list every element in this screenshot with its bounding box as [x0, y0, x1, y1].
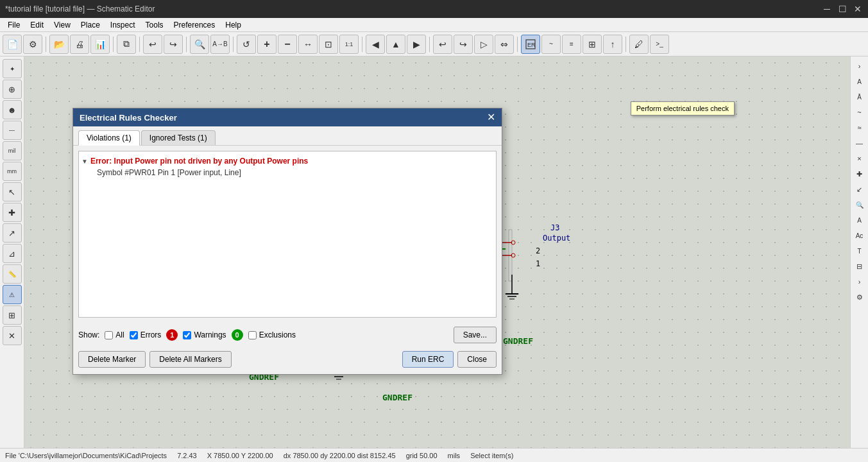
rt-expand[interactable]: › [853, 59, 867, 73]
settings-button[interactable]: ⚙ [23, 35, 42, 54]
maximize-button[interactable]: ☐ [837, 4, 847, 14]
zoom-fit-width-button[interactable]: ↔ [298, 35, 318, 54]
crosshair-tool[interactable]: ✚ [3, 203, 22, 222]
mils-tool[interactable]: mil [3, 141, 22, 160]
menu-file[interactable]: File [3, 19, 25, 31]
filter-errors-checkbox[interactable] [130, 331, 138, 339]
new-button[interactable]: 📄 [3, 35, 22, 54]
filter-warnings-label[interactable]: Warnings [183, 330, 226, 339]
rt-minus-box[interactable]: ⊟ [853, 259, 867, 273]
footprint-button[interactable]: ⊞ [583, 35, 602, 54]
filter-exclusions-label[interactable]: Exclusions [248, 330, 296, 339]
menu-inspect[interactable]: Inspect [105, 19, 140, 31]
menu-place[interactable]: Place [76, 19, 105, 31]
mm-tool[interactable]: mm [3, 162, 22, 181]
bom-button[interactable]: ≡ [562, 35, 581, 54]
status-coords: X 7850.00 Y 2200.00 [207, 452, 273, 459]
find-button[interactable]: 🔍 [190, 35, 209, 54]
rt-text-ac[interactable]: Ac [853, 228, 867, 243]
zoom-out-button[interactable]: − [278, 35, 297, 54]
rt-arrow[interactable]: ↙ [853, 182, 867, 196]
delete-all-markers-button[interactable]: Delete All Markers [149, 351, 231, 368]
delete-tool[interactable]: ✕ [3, 326, 22, 345]
close-button[interactable]: Close [457, 351, 497, 368]
menu-edit[interactable]: Edit [25, 19, 49, 31]
select-tool[interactable]: ✦ [3, 59, 22, 78]
filter-all-checkbox[interactable] [105, 331, 113, 339]
rt-config[interactable]: ⚙ [853, 290, 867, 304]
undo-button[interactable]: ↩ [143, 35, 162, 54]
window-close-button[interactable]: ✕ [853, 4, 863, 14]
erc-check-button[interactable]: ERC [521, 35, 540, 54]
update-pcb-button[interactable]: ↑ [603, 35, 622, 54]
rt-wave[interactable]: ~ [853, 105, 867, 119]
nav-forward-button[interactable]: ▶ [407, 35, 426, 54]
rt-a[interactable]: A [853, 74, 867, 89]
menu-tools[interactable]: Tools [140, 19, 169, 31]
pcb-editor-button[interactable]: 🖊 [629, 35, 649, 54]
print-button[interactable]: 🖨 [70, 35, 89, 54]
measure-tool[interactable]: ⊿ [3, 244, 22, 263]
arrow-tool[interactable]: ↖ [3, 182, 22, 201]
open-button[interactable]: 📂 [49, 35, 69, 54]
rt-t[interactable]: T [853, 244, 867, 258]
pointer-tool[interactable]: ↗ [3, 223, 22, 243]
redo2-button[interactable]: ↪ [454, 35, 473, 54]
tab-ignored[interactable]: Ignored Tests (1) [141, 130, 216, 145]
menu-preferences[interactable]: Preferences [169, 19, 221, 31]
dialog-title-bar[interactable]: Electrical Rules Checker ✕ [73, 108, 502, 126]
refresh-button[interactable]: ↺ [237, 35, 256, 54]
canvas-area[interactable]: Perform electrical rules check [24, 56, 850, 448]
status-grid: grid 50.00 [406, 452, 438, 459]
save-button[interactable]: Save... [454, 327, 497, 343]
copy-button[interactable]: ⧉ [117, 35, 136, 54]
violation-expand-icon[interactable]: ▼ [81, 158, 88, 165]
netlist-button[interactable]: ~ [541, 35, 561, 54]
menu-help[interactable]: Help [220, 19, 246, 31]
find-replace-button[interactable]: A→B [210, 35, 230, 54]
filter-exclusions-checkbox[interactable] [248, 331, 257, 339]
zoom-fit-button[interactable]: ⊡ [319, 35, 338, 54]
rt-search[interactable]: 🔍 [853, 198, 867, 212]
main-toolbar: 📄 ⚙ 📂 🖨 📊 ⧉ ↩ ↪ 🔍 A→B ↺ + − ↔ ⊡ 1:1 ◀ ▲ … [0, 32, 868, 56]
rt-approx[interactable]: ≈ [853, 121, 867, 135]
rt-dash[interactable]: — [853, 136, 867, 150]
rt-collapse[interactable]: › [853, 275, 867, 289]
menu-view[interactable]: View [49, 19, 76, 31]
erc-marker-tool[interactable]: ⚠ [3, 285, 22, 304]
tab-violations[interactable]: Violations (1) [78, 130, 140, 146]
filter-errors-label[interactable]: Errors [130, 330, 162, 339]
nav-back-button[interactable]: ◀ [366, 35, 385, 54]
dialog-close-button[interactable]: ✕ [487, 112, 495, 123]
show-label: Show: [78, 330, 99, 339]
filter-all-label[interactable]: All [105, 330, 124, 339]
rt-plus[interactable]: ✚ [853, 167, 867, 181]
toolbar-sep-2 [113, 37, 114, 52]
delete-marker-button[interactable]: Delete Marker [78, 351, 146, 368]
warnings-badge: 0 [232, 329, 243, 341]
script-button[interactable]: >_ [650, 35, 669, 54]
filter-warnings-checkbox[interactable] [183, 331, 191, 339]
status-mode: Select item(s) [470, 452, 513, 459]
rt-x[interactable]: × [853, 151, 867, 166]
redo-button[interactable]: ↪ [164, 35, 183, 54]
rule-tool[interactable]: 📏 [3, 264, 22, 284]
run-erc-button[interactable]: Run ERC [402, 351, 454, 368]
wire-tool[interactable]: ⊕ [3, 80, 22, 99]
left-toolbar: ✦ ⊕ ☻ — mil mm ↖ ✚ ↗ ⊿ 📏 ⚠ ⊞ ✕ [0, 56, 24, 448]
zoom-in-button[interactable]: + [257, 35, 277, 54]
status-delta: dx 7850.00 dy 2200.00 dist 8152.45 [284, 452, 396, 459]
rt-abar[interactable]: Ā [853, 90, 867, 104]
nav-up-button[interactable]: ▲ [386, 35, 405, 54]
zoom-100-button[interactable]: 1:1 [339, 35, 359, 54]
dialog-title-text: Electrical Rules Checker [80, 113, 177, 123]
add-pin-tool[interactable]: ☻ [3, 100, 22, 119]
undo2-button[interactable]: ↩ [433, 35, 452, 54]
add-wire-tool[interactable]: — [3, 121, 22, 140]
plot-button[interactable]: 📊 [90, 35, 110, 54]
mirror-button[interactable]: ⇔ [495, 35, 514, 54]
run-sim-button[interactable]: ▷ [474, 35, 493, 54]
rt-text-a[interactable]: A [853, 213, 867, 227]
minimize-button[interactable]: ─ [822, 4, 832, 14]
grid-tool[interactable]: ⊞ [3, 305, 22, 325]
